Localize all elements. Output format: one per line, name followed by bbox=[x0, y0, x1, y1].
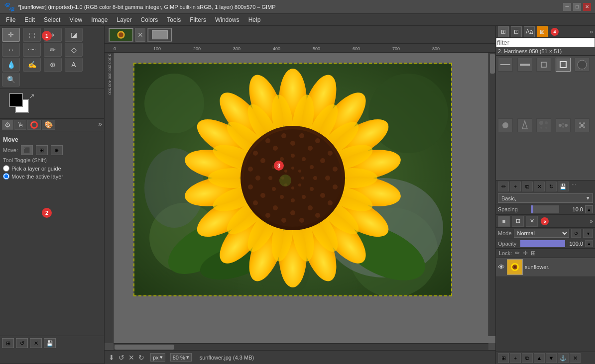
unit-selector[interactable]: px ▾ bbox=[150, 353, 165, 362]
anchor-layer-btn[interactable]: ⚓ bbox=[558, 353, 569, 363]
layer-down-btn[interactable]: ▼ bbox=[546, 353, 557, 363]
menu-item-filters[interactable]: Filters bbox=[186, 15, 210, 24]
move-path-btn[interactable]: ⊞ bbox=[36, 145, 48, 155]
new-layer-btn[interactable]: + bbox=[510, 353, 521, 363]
minimize-button[interactable]: ─ bbox=[563, 3, 571, 11]
brush-swatch-5[interactable] bbox=[575, 58, 590, 72]
brush-swatch-8[interactable] bbox=[536, 118, 551, 132]
layer-visibility-toggle[interactable]: 👁 bbox=[498, 263, 505, 271]
brush-swatch-1[interactable] bbox=[498, 58, 513, 72]
menu-item-windows[interactable]: Windows bbox=[211, 15, 243, 24]
opacity-step-btn[interactable]: ▲ bbox=[585, 240, 593, 247]
brush-new-btn[interactable]: + bbox=[510, 182, 521, 191]
brush-swatch-6[interactable] bbox=[498, 118, 513, 132]
brush-filter-input[interactable] bbox=[496, 38, 595, 47]
layer-blend-left-btn[interactable]: ↺ bbox=[571, 229, 581, 238]
brush-tab-3[interactable]: Aa bbox=[524, 26, 535, 37]
brush-tab-patterns[interactable]: ⊞ bbox=[498, 26, 509, 37]
transform-tool[interactable]: ↔ bbox=[2, 43, 20, 57]
menu-item-image[interactable]: Image bbox=[87, 15, 112, 24]
brush-swatch-2[interactable] bbox=[517, 58, 532, 72]
brush-swatch-4[interactable] bbox=[556, 58, 571, 72]
layers-mode-select[interactable]: Normal Multiply Screen Overlay bbox=[514, 229, 569, 238]
brush-copy-btn[interactable]: ⧉ bbox=[522, 182, 533, 191]
image-tab-1[interactable] bbox=[109, 28, 133, 42]
vertical-scrollbar[interactable] bbox=[488, 53, 495, 336]
tool-presets-btn[interactable]: ⊞ bbox=[2, 338, 14, 348]
panel-collapse-icon[interactable]: » bbox=[590, 28, 593, 35]
clone-tool[interactable]: ✍ bbox=[23, 58, 41, 72]
panel-menu-icon[interactable]: » bbox=[98, 120, 102, 130]
lock-position-icon[interactable]: ✛ bbox=[523, 250, 528, 257]
menu-item-view[interactable]: View bbox=[65, 15, 86, 24]
brush-tab-4[interactable]: ⊠ bbox=[537, 26, 548, 37]
unit-dropdown-icon[interactable]: ▾ bbox=[160, 354, 163, 361]
layer-up-btn[interactable]: ▲ bbox=[534, 353, 545, 363]
menu-item-layer[interactable]: Layer bbox=[113, 15, 136, 24]
move-tool[interactable]: ✛ bbox=[2, 28, 20, 42]
heal-tool[interactable]: ⊕ bbox=[44, 58, 62, 72]
delete-button[interactable]: ✕ bbox=[128, 354, 134, 362]
move-active-radio[interactable] bbox=[3, 173, 9, 180]
brush-refresh-btn[interactable]: ↻ bbox=[546, 182, 557, 191]
menu-item-colors[interactable]: Colors bbox=[137, 15, 162, 24]
brush-more-icon[interactable]: ··· bbox=[572, 182, 576, 191]
vscroll-thumb[interactable] bbox=[490, 54, 495, 74]
eraser-tool[interactable]: ◇ bbox=[65, 43, 83, 57]
tool-options-tab-3[interactable]: ⭕ bbox=[27, 120, 41, 130]
tool-reset-btn[interactable]: ↺ bbox=[16, 338, 28, 348]
image-tab-2[interactable] bbox=[147, 28, 172, 42]
layers-tab-paths[interactable]: ✕ bbox=[526, 216, 538, 227]
lock-pixels-icon[interactable]: ✏ bbox=[515, 250, 520, 257]
tool-options-tab-2[interactable]: 🖱 bbox=[14, 120, 26, 130]
opacity-slider[interactable] bbox=[520, 240, 565, 247]
menu-item-tools[interactable]: Tools bbox=[163, 15, 185, 24]
brush-save-btn[interactable]: 💾 bbox=[558, 182, 569, 191]
hscroll-thumb[interactable] bbox=[115, 345, 174, 350]
canvas-viewport[interactable]: 3 bbox=[114, 53, 495, 343]
pick-layer-radio[interactable] bbox=[3, 165, 9, 172]
brush-preset-dropdown[interactable]: Basic, ▾ bbox=[498, 193, 593, 203]
zoom-display[interactable]: 80 % ▾ bbox=[170, 353, 192, 362]
text-tool[interactable]: A bbox=[65, 58, 83, 72]
menu-item-select[interactable]: Select bbox=[40, 15, 64, 24]
layers-tab-list[interactable]: ≡ bbox=[498, 216, 510, 227]
delete-layer-btn[interactable]: ✕ bbox=[570, 353, 581, 363]
menu-item-file[interactable]: File bbox=[2, 15, 19, 24]
warp-tool[interactable]: 〰 bbox=[23, 43, 41, 57]
tool-options-tab-4[interactable]: 🎨 bbox=[42, 120, 55, 130]
layers-panel-menu[interactable]: » bbox=[590, 218, 593, 225]
blur-tool[interactable]: 💧 bbox=[2, 58, 20, 72]
crop-tool[interactable]: ◪ bbox=[65, 28, 83, 42]
spacing-slider[interactable] bbox=[531, 205, 560, 213]
brush-delete-btn[interactable]: ✕ bbox=[534, 182, 545, 191]
move-layer-btn[interactable]: ⬛ bbox=[21, 145, 33, 155]
lock-alpha-icon[interactable]: ⊞ bbox=[531, 250, 536, 257]
menu-item-edit[interactable]: Edit bbox=[20, 15, 39, 24]
brush-tab-2[interactable]: ⊡ bbox=[511, 26, 522, 37]
foreground-color[interactable] bbox=[9, 93, 23, 107]
layer-blend-right-btn[interactable]: ▾ bbox=[583, 229, 593, 238]
tool-delete-btn[interactable]: ✕ bbox=[30, 338, 42, 348]
tool-save-btn[interactable]: 💾 bbox=[44, 338, 56, 348]
rect-select-tool[interactable]: ⬚ bbox=[23, 28, 41, 42]
brush-swatch-10[interactable] bbox=[575, 118, 590, 132]
maximize-button[interactable]: □ bbox=[573, 3, 581, 11]
new-layer-group-btn[interactable]: ⊞ bbox=[498, 353, 509, 363]
tool-options-tab-1[interactable]: ⚙ bbox=[2, 120, 13, 130]
zoom-dropdown-icon[interactable]: ▾ bbox=[186, 354, 189, 361]
brush-swatch-3[interactable] bbox=[536, 58, 551, 72]
zoom-tool[interactable]: 🔍 bbox=[2, 73, 20, 87]
redo-button[interactable]: ↻ bbox=[138, 354, 144, 362]
duplicate-layer-btn[interactable]: ⧉ bbox=[522, 353, 533, 363]
brush-swatch-9[interactable] bbox=[556, 118, 571, 132]
layers-tab-channels[interactable]: ⊞ bbox=[512, 216, 524, 227]
image-tab-1-close[interactable]: ✕ bbox=[135, 28, 145, 42]
close-button[interactable]: ✕ bbox=[583, 3, 591, 11]
brush-swatch-7[interactable] bbox=[517, 118, 532, 132]
undo-button[interactable]: ↺ bbox=[119, 354, 124, 362]
brush-edit-btn[interactable]: ✏ bbox=[498, 182, 509, 191]
paint-tool[interactable]: ✏ bbox=[44, 43, 62, 57]
menu-item-help[interactable]: Help bbox=[244, 15, 265, 24]
horizontal-scrollbar[interactable] bbox=[114, 343, 488, 350]
